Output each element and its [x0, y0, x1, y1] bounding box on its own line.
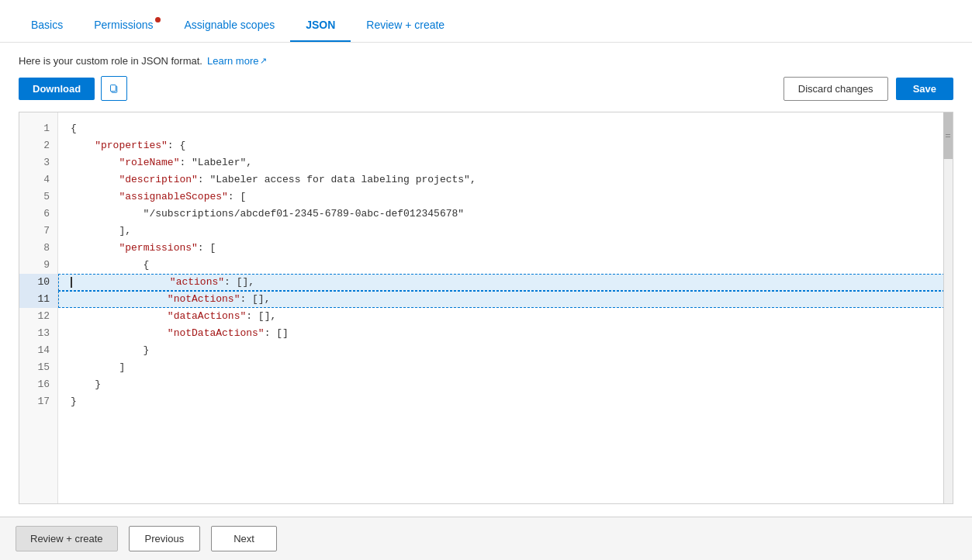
copy-icon — [109, 82, 119, 95]
toolbar-left: Download — [19, 76, 127, 101]
code-text: ] — [71, 359, 125, 376]
code-line-6[interactable]: "/subscriptions/abcdef01-2345-6789-0abc-… — [58, 206, 953, 223]
tab-bar: Basics Permissions Assignable scopes JSO… — [0, 0, 972, 43]
code-line-16[interactable]: } — [58, 376, 953, 393]
line-number-8: 8 — [19, 240, 57, 257]
scrollbar[interactable] — [943, 112, 953, 503]
info-text: Here is your custom role in JSON format. — [19, 55, 202, 67]
tab-json[interactable]: JSON — [290, 11, 351, 42]
line-number-12: 12 — [19, 308, 57, 325]
line-number-7: 7 — [19, 223, 57, 240]
tab-assignable-scopes[interactable]: Assignable scopes — [168, 11, 290, 42]
text-cursor — [71, 277, 72, 288]
line-number-5: 5 — [19, 188, 57, 206]
code-line-17[interactable]: } — [58, 393, 953, 410]
download-button[interactable]: Download — [19, 78, 95, 100]
code-text: "notActions": [], — [71, 291, 270, 308]
learn-more-label: Learn more — [207, 55, 258, 67]
line-number-3: 3 — [19, 154, 57, 171]
code-text: "dataActions": [], — [71, 308, 276, 325]
code-text: } — [71, 393, 77, 410]
line-number-13: 13 — [19, 325, 57, 342]
code-text: ], — [71, 223, 131, 240]
main-content: Here is your custom role in JSON format.… — [0, 43, 972, 517]
line-number-16: 16 — [19, 376, 57, 393]
previous-button[interactable]: Previous — [129, 526, 201, 551]
code-line-14[interactable]: } — [58, 342, 953, 359]
tab-basics[interactable]: Basics — [16, 11, 78, 42]
next-button[interactable]: Next — [211, 526, 277, 551]
code-text: "description": "Labeler access for data … — [71, 171, 476, 188]
code-text: "permissions": [ — [71, 240, 216, 257]
tab-permissions[interactable]: Permissions — [78, 11, 168, 42]
code-line-9[interactable]: { — [58, 257, 953, 274]
code-line-4[interactable]: "description": "Labeler access for data … — [58, 171, 953, 188]
code-text: "notDataActions": [] — [71, 325, 289, 342]
line-number-6: 6 — [19, 206, 57, 223]
tab-review-create[interactable]: Review + create — [351, 11, 460, 42]
code-text: "properties": { — [71, 137, 185, 154]
line-number-4: 4 — [19, 171, 57, 188]
code-line-3[interactable]: "roleName": "Labeler", — [58, 154, 953, 171]
code-editor[interactable]: 1234567891011121314151617 { "properties"… — [19, 112, 953, 504]
code-text: "assignableScopes": [ — [71, 188, 246, 206]
code-text: "/subscriptions/abcdef01-2345-6789-0abc-… — [71, 206, 464, 223]
line-number-10: 10 — [19, 274, 57, 291]
line-number-14: 14 — [19, 342, 57, 359]
discard-changes-button[interactable]: Discard changes — [783, 77, 888, 101]
toolbar: Download Discard changes Save — [19, 76, 953, 101]
scroll-thumb[interactable] — [943, 112, 953, 159]
code-text: } — [71, 376, 101, 393]
copy-button[interactable] — [101, 76, 127, 101]
scroll-grip — [946, 134, 950, 137]
external-link-icon: ↗ — [260, 56, 267, 66]
code-line-11[interactable]: "notActions": [], — [58, 291, 953, 308]
learn-more-link[interactable]: Learn more ↗ — [207, 55, 267, 67]
code-line-15[interactable]: ] — [58, 359, 953, 376]
code-text: "roleName": "Labeler", — [71, 154, 252, 171]
code-line-7[interactable]: ], — [58, 223, 953, 240]
line-number-2: 2 — [19, 137, 57, 154]
line-number-9: 9 — [19, 257, 57, 274]
code-line-12[interactable]: "dataActions": [], — [58, 308, 953, 325]
code-line-2[interactable]: "properties": { — [58, 137, 953, 154]
toolbar-right: Discard changes Save — [783, 77, 953, 101]
code-text: "actions": [], — [73, 274, 254, 291]
code-line-8[interactable]: "permissions": [ — [58, 240, 953, 257]
svg-rect-1 — [111, 85, 116, 92]
code-text: { — [71, 120, 77, 137]
line-number-17: 17 — [19, 393, 57, 410]
line-numbers: 1234567891011121314151617 — [19, 112, 58, 503]
code-line-10[interactable]: "actions": [], — [58, 274, 953, 291]
line-number-15: 15 — [19, 359, 57, 376]
line-number-1: 1 — [19, 120, 57, 137]
code-text: } — [71, 342, 149, 359]
code-line-13[interactable]: "notDataActions": [] — [58, 325, 953, 342]
line-number-11: 11 — [19, 291, 57, 308]
code-text: { — [71, 257, 149, 274]
code-content[interactable]: { "properties": { "roleName": "Labeler",… — [58, 112, 953, 503]
code-line-1[interactable]: { — [58, 120, 953, 137]
footer: Review + create Previous Next — [0, 517, 972, 560]
info-row: Here is your custom role in JSON format.… — [19, 55, 953, 67]
code-line-5[interactable]: "assignableScopes": [ — [58, 188, 953, 206]
save-button[interactable]: Save — [896, 78, 953, 100]
review-create-button[interactable]: Review + create — [16, 526, 118, 551]
